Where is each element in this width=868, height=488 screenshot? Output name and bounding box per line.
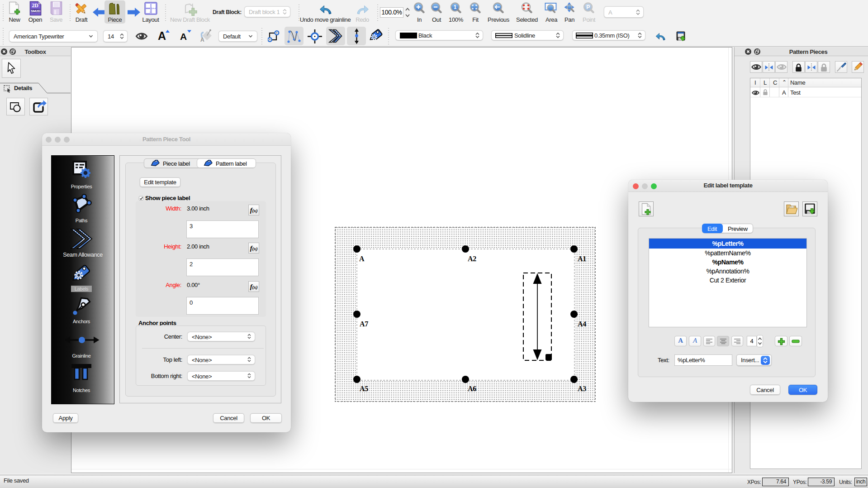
svg-text:A6: A6 [468, 385, 476, 392]
svg-text:P: P [586, 4, 590, 10]
svg-text:A: A [158, 29, 166, 41]
svg-text:A5: A5 [360, 385, 368, 392]
svg-text:A: A [180, 31, 187, 41]
svg-text:A3: A3 [578, 385, 586, 392]
svg-text:A4: A4 [578, 320, 586, 328]
svg-text:A: A [359, 255, 365, 263]
svg-text:A: A [200, 37, 204, 43]
svg-text:A7: A7 [360, 320, 368, 328]
svg-text:A1: A1 [578, 255, 586, 263]
svg-text:2D: 2D [32, 2, 39, 9]
svg-text:A2: A2 [468, 255, 476, 263]
svg-text:SM2D: SM2D [31, 9, 40, 13]
svg-text:1: 1 [454, 4, 457, 10]
